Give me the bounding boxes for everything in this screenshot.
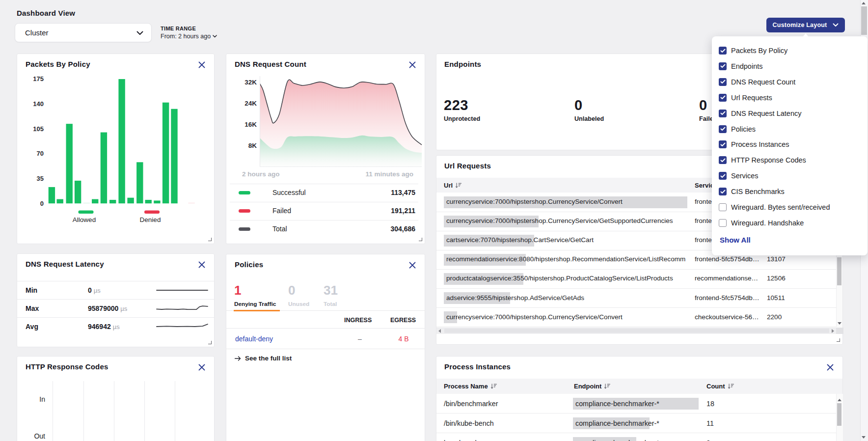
menu-item-label: Services	[731, 172, 759, 180]
checkbox-checked-icon[interactable]	[719, 125, 727, 133]
checkbox-checked-icon[interactable]	[719, 78, 727, 86]
card-title: DNS Request Latency	[26, 260, 104, 268]
menu-item-endpoints[interactable]: Endpoints	[719, 58, 763, 74]
menu-item-wireguard-bytes-sent-received[interactable]: Wireguard. Bytes sent/received	[719, 199, 830, 215]
table-row[interactable]: currencyservice:7000/hipstershop.Currenc…	[436, 308, 836, 327]
column-header-process-name[interactable]: Process Name	[444, 379, 497, 394]
table-divider	[226, 349, 425, 349]
count-cell: 9	[706, 439, 710, 441]
legend-name: Successful	[272, 189, 306, 196]
close-x-glyph	[827, 364, 834, 371]
resize-handle[interactable]	[208, 341, 212, 344]
menu-item-services[interactable]: Services	[719, 168, 759, 184]
checkbox-checked-icon[interactable]	[719, 156, 727, 164]
menu-item-packets-by-policy[interactable]: Packets By Policy	[719, 43, 787, 58]
menu-item-wireguard-handshake[interactable]: Wireguard. Handshake	[719, 215, 804, 231]
column-header-url[interactable]: Url	[444, 178, 461, 193]
checkbox-unchecked-icon[interactable]	[719, 219, 727, 227]
svg-text:16K: 16K	[244, 121, 257, 128]
menu-item-label: Url Requests	[731, 94, 772, 102]
card-dns-request-count: DNS Request Count 8K16K24K32K 2 hours ag…	[226, 54, 425, 244]
url-cell: adservice:9555/hipstershop.AdService/Get…	[446, 294, 584, 302]
menu-item-cis-benchmarks[interactable]: CIS Benchmarks	[719, 184, 785, 199]
policies-tab-unused[interactable]: 0Unused	[288, 284, 309, 307]
menu-item-http-response-codes[interactable]: HTTP Response Codes	[719, 152, 806, 168]
policy-link[interactable]: default-deny	[235, 335, 273, 343]
latency-value: 95879000µs	[88, 304, 127, 312]
legend-swatch-failed	[239, 209, 250, 213]
checkbox-checked-icon[interactable]	[719, 172, 727, 180]
table-row[interactable]: productcatalogservice:3550/hipstershop.P…	[436, 269, 836, 288]
latency-value: 946942µs	[88, 323, 120, 331]
svg-text:32K: 32K	[244, 79, 257, 86]
menu-item-dns-request-latency[interactable]: DNS Request Latency	[719, 106, 801, 121]
scroll-up-arrow[interactable]	[838, 399, 841, 401]
menu-item-process-instances[interactable]: Process Instances	[719, 137, 789, 152]
checkbox-checked-icon[interactable]	[719, 62, 727, 70]
latency-label: Max	[26, 304, 39, 312]
legend-row: Total304,686	[226, 220, 426, 238]
page-scroll-down-arrow[interactable]	[862, 436, 866, 439]
checkbox-checked-icon[interactable]	[719, 47, 727, 55]
table-row[interactable]: adservice:9555/hipstershop.AdService/Get…	[436, 289, 836, 308]
table-row[interactable]: /bin/kube-benchcompliance-benchmarker-*1…	[436, 413, 836, 433]
table-row[interactable]: /bin/benchmarkercompliance-benchmarker-*…	[436, 394, 836, 413]
menu-item-policies[interactable]: Policies	[719, 121, 756, 137]
card-title: Packets By Policy	[26, 60, 90, 68]
scroll-right-arrow[interactable]	[832, 329, 834, 333]
close-icon[interactable]	[827, 364, 834, 371]
column-header-endpoint[interactable]: Endpoint	[574, 379, 610, 394]
view-select[interactable]: Cluster	[15, 23, 152, 42]
legend-value: 191,211	[391, 207, 415, 215]
tab-value: 31	[324, 284, 338, 297]
menu-caret	[803, 33, 809, 37]
show-all-link[interactable]: Show All	[720, 236, 751, 244]
checkbox-unchecked-icon[interactable]	[719, 203, 727, 211]
policies-tab-denying-traffic[interactable]: 1Denying Traffic	[234, 284, 276, 307]
time-range-value[interactable]: From: 2 hours ago	[161, 33, 217, 40]
close-icon[interactable]	[409, 262, 416, 269]
close-x-glyph	[198, 261, 205, 268]
scrollbar-thumb[interactable]	[444, 329, 829, 333]
scroll-down-arrow[interactable]	[838, 322, 841, 325]
scrollbar-thumb[interactable]	[837, 257, 841, 285]
resize-handle[interactable]	[208, 238, 212, 241]
menu-item-dns-request-count[interactable]: DNS Request Count	[719, 74, 795, 90]
legend-row: Successful113,475	[226, 184, 426, 202]
customize-layout-button[interactable]: Customize Layout	[766, 18, 845, 32]
page-scrollbar-thumb[interactable]	[861, 6, 867, 35]
card-packets-by-policy: Packets By Policy 03570105140175AllowedD…	[17, 54, 215, 244]
sort-icon	[456, 183, 461, 188]
column-header-ingress: INGRESS	[344, 316, 372, 324]
close-icon[interactable]	[198, 364, 205, 371]
card-title: Policies	[235, 260, 263, 269]
resize-handle[interactable]	[419, 238, 422, 241]
policies-tab-total[interactable]: 31Total	[324, 284, 338, 307]
checkbox-checked-icon[interactable]	[719, 188, 727, 195]
close-icon[interactable]	[198, 261, 205, 268]
close-x-glyph	[409, 262, 416, 269]
see-full-list-link[interactable]: See the full list	[235, 355, 292, 362]
svg-text:Allowed: Allowed	[73, 216, 96, 223]
close-icon[interactable]	[198, 61, 205, 68]
gridline	[144, 381, 145, 441]
service-cell: checkoutservice-56…	[695, 313, 759, 321]
close-x-glyph	[198, 61, 205, 68]
checkbox-checked-icon[interactable]	[719, 94, 727, 102]
table-row[interactable]: benchmarkercompliance-benchmarker-*9	[436, 433, 836, 441]
scrollbar-thumb[interactable]	[837, 403, 841, 426]
time-range-label: TIME RANGE	[161, 26, 217, 31]
svg-text:105: 105	[33, 125, 44, 133]
tab-label: Unused	[288, 301, 309, 307]
stat-label: Unlabeled	[574, 115, 604, 122]
service-cell: recommendationse…	[695, 275, 758, 282]
checkbox-checked-icon[interactable]	[719, 110, 727, 117]
menu-item-url-requests[interactable]: Url Requests	[719, 90, 772, 106]
page-scroll-up-arrow[interactable]	[862, 2, 866, 4]
process-name-cell: /bin/kube-bench	[444, 419, 494, 427]
checkbox-checked-icon[interactable]	[719, 140, 727, 148]
column-header-count[interactable]: Count	[706, 379, 734, 394]
url-cell: recommendationservice:8080/hipstershop.R…	[446, 255, 685, 263]
scroll-left-arrow[interactable]	[438, 329, 441, 333]
resize-handle[interactable]	[837, 338, 840, 342]
